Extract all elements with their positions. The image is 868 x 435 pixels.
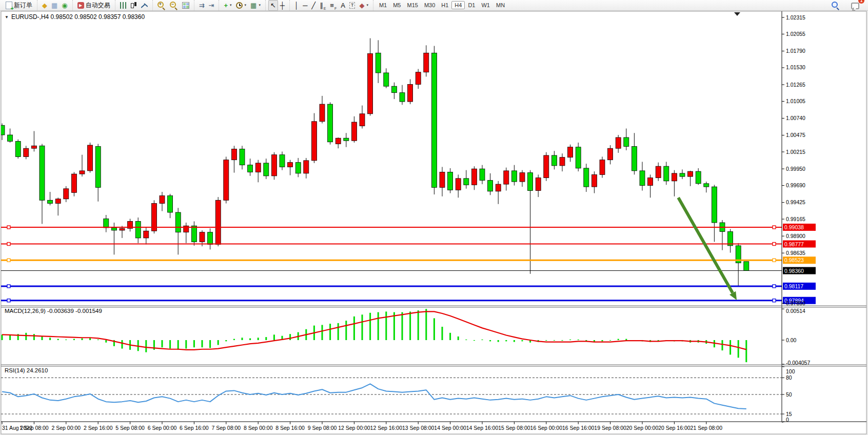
- candle: [144, 231, 149, 238]
- macd-histogram-bar: [625, 339, 627, 340]
- line-handle[interactable]: [7, 226, 10, 229]
- line-handle[interactable]: [773, 243, 776, 246]
- macd-histogram-bar: [162, 340, 163, 347]
- rsi-axis-label: 80: [786, 374, 792, 381]
- candle: [576, 147, 581, 168]
- line-handle[interactable]: [7, 259, 10, 262]
- date-tick-label: 2 Sep 00:00: [51, 425, 81, 431]
- macd-histogram-bar: [402, 312, 403, 340]
- macd-histogram-bar: [322, 325, 323, 340]
- candle: [464, 179, 469, 185]
- candle: [664, 166, 669, 181]
- date-tick-label: 8 Sep 00:00: [244, 425, 273, 431]
- macd-histogram-bar: [618, 339, 619, 340]
- candle: [271, 155, 277, 176]
- candle: [376, 53, 381, 73]
- price-tick-label: 0.98635: [786, 250, 805, 256]
- macd-histogram-bar: [25, 333, 27, 340]
- candle: [624, 137, 629, 146]
- macd-histogram-bar: [49, 338, 51, 340]
- macd-histogram-bar: [105, 340, 107, 343]
- date-tick-label: 5 Sep 08:00: [115, 425, 145, 431]
- macd-histogram-bar: [242, 338, 243, 340]
- candle: [544, 155, 549, 178]
- candle: [520, 173, 525, 182]
- candle: [360, 114, 365, 126]
- macd-histogram-bar: [449, 333, 451, 340]
- macd-histogram-bar: [9, 335, 11, 340]
- svg-text:0.98523: 0.98523: [784, 257, 804, 263]
- line-handle[interactable]: [773, 299, 776, 302]
- candle: [240, 149, 245, 165]
- macd-histogram-bar: [425, 309, 427, 340]
- candle: [200, 232, 205, 242]
- macd-histogram-bar: [362, 314, 363, 340]
- macd-axis-label: 0.00514: [786, 308, 805, 314]
- macd-histogram-bar: [122, 340, 123, 349]
- macd-histogram-bar: [578, 340, 579, 340]
- candle: [384, 73, 389, 86]
- candle: [568, 147, 573, 157]
- date-tick-label: 7 Sep 08:00: [211, 425, 241, 431]
- macd-histogram-bar: [225, 340, 227, 341]
- candle: [536, 178, 541, 191]
- candle: [448, 172, 453, 190]
- candle: [471, 169, 477, 185]
- candle: [344, 138, 349, 141]
- candle: [264, 163, 269, 176]
- chart-symbol-title[interactable]: ▼ EURUSD-,H4 0.98502 0.98502 0.98357 0.9…: [5, 13, 145, 21]
- line-handle[interactable]: [773, 259, 776, 262]
- macd-histogram-bar: [418, 310, 419, 340]
- date-tick-label: 6 Sep 16:00: [180, 425, 209, 431]
- svg-text:0.99038: 0.99038: [784, 224, 804, 230]
- candle: [424, 53, 429, 72]
- macd-axis-label: 0.00: [786, 337, 797, 343]
- date-tick-label: 2 Sep 16:00: [84, 425, 113, 431]
- macd-histogram-bar: [433, 318, 435, 340]
- macd-histogram-bar: [378, 312, 379, 340]
- candle: [336, 138, 341, 144]
- chart-area[interactable]: 0.990380.987770.985230.981170.978940.983…: [0, 0, 868, 435]
- candle: [328, 104, 333, 142]
- candle: [175, 212, 181, 232]
- macd-histogram-bar: [353, 317, 355, 340]
- candle: [504, 171, 509, 184]
- date-tick-label: 6 Sep 00:00: [148, 425, 177, 431]
- candle: [0, 125, 5, 135]
- line-handle[interactable]: [773, 285, 776, 288]
- macd-histogram-bar: [465, 340, 467, 340]
- date-tick-label: 13 Sep 08:00: [402, 425, 435, 431]
- mt4-terminal: 新订单◆▦◉▶自动交易+−⇉⇥+▾▾▦▾↖┼│─╱∥E≡FAT◆▾M1M5M15…: [0, 0, 868, 435]
- macd-histogram-bar: [369, 313, 371, 340]
- price-tick-label: 1.00475: [786, 132, 805, 138]
- macd-histogram-bar: [273, 334, 275, 340]
- macd-histogram-bar: [345, 321, 347, 340]
- candle: [351, 122, 357, 141]
- svg-text:0.98360: 0.98360: [784, 268, 804, 274]
- candle: [656, 166, 661, 177]
- chart-dropdown-icon[interactable]: ▼: [5, 15, 9, 19]
- line-handle[interactable]: [7, 299, 10, 302]
- line-handle[interactable]: [7, 243, 10, 246]
- line-handle[interactable]: [7, 285, 10, 288]
- symbol-ohlc-text: EURUSD-,H4 0.98502 0.98502 0.98357 0.983…: [11, 13, 145, 21]
- date-tick-label: 12 Sep 00:00: [338, 425, 370, 431]
- line-handle[interactable]: [773, 226, 776, 229]
- candle: [712, 187, 717, 223]
- price-tick-label: 1.01790: [786, 48, 805, 54]
- macd-histogram-bar: [729, 340, 731, 354]
- candle: [295, 163, 301, 173]
- candle: [208, 232, 213, 245]
- price-tick-label: 1.00215: [786, 149, 805, 155]
- candle: [608, 148, 613, 160]
- candle: [71, 174, 76, 192]
- macd-axis-label: -0.004057: [786, 360, 810, 366]
- svg-text:0.98117: 0.98117: [784, 283, 803, 289]
- candle: [48, 200, 53, 203]
- macd-histogram-bar: [722, 340, 723, 350]
- candle: [104, 219, 109, 227]
- price-tick-label: 1.01265: [786, 82, 805, 88]
- date-tick-label: 8 Sep 16:00: [275, 425, 305, 431]
- candle: [584, 168, 589, 187]
- candle: [416, 72, 421, 85]
